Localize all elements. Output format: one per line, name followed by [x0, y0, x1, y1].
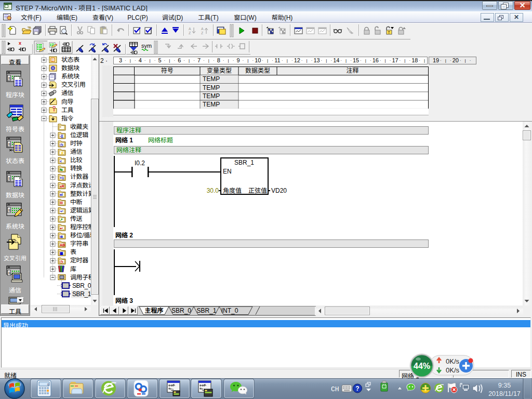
svg-text:16: 16 [373, 57, 379, 63]
svg-text:数据块: 数据块 [61, 64, 79, 72]
svg-text:12: 12 [294, 57, 300, 63]
svg-text:9: 9 [236, 57, 240, 63]
svg-text:¬º: ¬º [60, 209, 63, 213]
svg-text:数据类型: 数据类型 [245, 67, 270, 74]
svg-text:TEMP: TEMP [203, 92, 220, 100]
svg-text:交叉引用: 交叉引用 [61, 81, 85, 88]
svg-text:指令: 指令 [61, 115, 74, 122]
svg-text:网络标题: 网络标题 [148, 137, 173, 144]
svg-text:·: · [125, 58, 126, 63]
svg-text:|: | [465, 58, 466, 63]
svg-text:定时器: 定时器 [70, 257, 88, 264]
svg-text:◷: ◷ [60, 260, 63, 263]
svg-text:时钟: 时钟 [70, 140, 83, 147]
svg-text:10: 10 [255, 57, 261, 63]
svg-text:·: · [154, 58, 156, 63]
svg-text:·: · [380, 58, 381, 63]
svg-text:整数计算: 整数计算 [70, 190, 91, 197]
svg-text:A: A [189, 27, 191, 31]
svg-text:⚡: ⚡ [60, 151, 64, 155]
svg-text:|: | [445, 58, 446, 63]
svg-text:T: T [388, 31, 391, 34]
svg-text:|: | [169, 58, 170, 63]
svg-text:·: · [203, 58, 205, 63]
svg-text:·: · [330, 58, 332, 63]
svg-text:TEMP: TEMP [203, 101, 220, 108]
svg-text:主程序: 主程序 [144, 307, 163, 314]
svg-text:14: 14 [333, 57, 339, 63]
svg-text:11: 11 [274, 57, 280, 63]
svg-text:|: | [150, 58, 151, 63]
svg-text:向导: 向导 [61, 98, 74, 105]
svg-text:传送: 传送 [70, 215, 83, 222]
svg-text:8: 8 [8, 208, 10, 212]
svg-text:库: 库 [70, 265, 76, 273]
svg-text:|: | [307, 58, 308, 63]
svg-text:·: · [223, 58, 224, 63]
svg-text:通信: 通信 [70, 148, 83, 155]
svg-text:SBR_1: SBR_1 [196, 307, 216, 314]
svg-text:·: · [252, 58, 254, 63]
svg-text:EN: EN [223, 168, 232, 175]
svg-text:工具: 工具 [61, 107, 74, 114]
svg-text:角度值: 角度值 [223, 187, 242, 194]
svg-text:III: III [60, 201, 63, 205]
svg-text:网络 3: 网络 3 [115, 297, 133, 304]
svg-text:·: · [321, 58, 323, 63]
svg-text:计数器: 计数器 [70, 173, 88, 180]
svg-text:中断: 中断 [70, 198, 83, 206]
svg-text:?: ? [355, 385, 359, 392]
svg-text:·: · [272, 58, 273, 63]
svg-text:|: | [208, 58, 209, 63]
svg-text:·: · [460, 58, 461, 63]
svg-text:8: 8 [8, 142, 10, 146]
svg-text:AB: AB [60, 243, 65, 247]
svg-text:变量类型: 变量类型 [207, 67, 232, 74]
svg-text:SBR_1: SBR_1 [72, 290, 91, 298]
svg-text:4: 4 [139, 57, 142, 63]
svg-text:TEMP: TEMP [203, 84, 220, 91]
svg-text:·: · [282, 58, 283, 63]
svg-text:·: · [262, 58, 263, 63]
svg-text:·: · [470, 58, 471, 63]
svg-text:8: 8 [8, 76, 10, 80]
svg-text:|: | [287, 58, 288, 63]
svg-text:TEMP: TEMP [203, 75, 220, 83]
svg-text:移位/循环: 移位/循环 [70, 232, 91, 239]
svg-text:A: A [201, 27, 204, 31]
svg-text:+1: +1 [60, 176, 64, 180]
svg-text:|: | [345, 58, 347, 63]
svg-text:·: · [340, 58, 342, 63]
svg-text:调用子程序: 调用子程序 [70, 274, 91, 281]
svg-text:▦: ▦ [60, 251, 63, 255]
svg-text:0K/s: 0K/s [446, 357, 460, 365]
svg-text:±R: ±R [60, 184, 64, 188]
svg-text:SBR_1: SBR_1 [234, 159, 254, 166]
svg-text:◷: ◷ [60, 143, 63, 147]
svg-text:x: x [19, 41, 21, 46]
svg-text:I0.2: I0.2 [135, 159, 145, 167]
svg-text:±I: ±I [60, 193, 63, 196]
svg-text:|: | [404, 58, 405, 63]
svg-text:18: 18 [411, 57, 418, 63]
svg-text:·: · [164, 58, 166, 63]
svg-text:8: 8 [8, 271, 10, 275]
svg-text:网络 1: 网络 1 [115, 137, 133, 144]
svg-text:30.0: 30.0 [207, 187, 219, 194]
svg-text:·: · [419, 58, 420, 63]
svg-text:↩: ↩ [60, 227, 63, 230]
svg-text:·: · [360, 58, 362, 63]
svg-text:程序控制: 程序控制 [70, 223, 91, 231]
svg-text:9:35: 9:35 [498, 382, 511, 389]
svg-text:逻辑运算: 逻辑运算 [70, 207, 91, 214]
svg-text:·: · [291, 58, 293, 63]
svg-text:·: · [135, 58, 136, 63]
svg-text:0K/s: 0K/s [446, 366, 460, 374]
svg-text:7: 7 [197, 57, 201, 63]
svg-text:↗: ↗ [60, 218, 63, 221]
svg-text:网络 2: 网络 2 [115, 232, 133, 239]
svg-text:程序注释: 程序注释 [116, 127, 141, 134]
svg-text:·: · [183, 58, 185, 63]
svg-text:·: · [311, 58, 313, 63]
svg-text:6: 6 [178, 57, 181, 63]
